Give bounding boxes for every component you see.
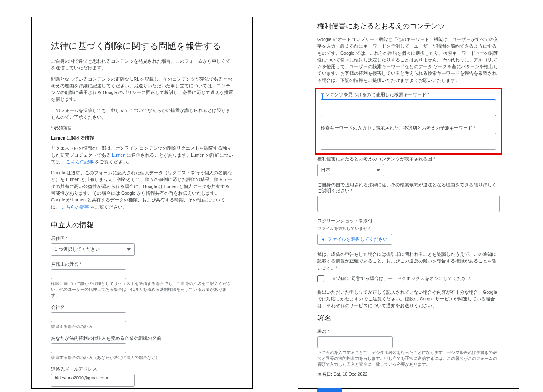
company-input[interactable] bbox=[51, 312, 126, 322]
kw-pred-textarea[interactable] bbox=[321, 133, 496, 150]
choose-file-label: ファイルを選択してください bbox=[328, 237, 387, 242]
kw-pred-label: 検索キーワードの入力中に表示された、不適切とお考えの予測キーワード * bbox=[321, 125, 496, 131]
kw-used-textarea[interactable] bbox=[321, 99, 496, 116]
display-country-select[interactable]: 日本 bbox=[317, 164, 384, 176]
lumen-p2-text-a: Google は通常、このフォームに記入された個人データ（リクエストを行う個人の… bbox=[51, 170, 232, 209]
agent-hint: 該当する場合のみ記入（あなたが法定代理人の場合など） bbox=[51, 355, 233, 361]
caret-down-icon bbox=[376, 169, 380, 171]
submit-button[interactable]: 送信 bbox=[317, 388, 342, 392]
company-label: 会社名 bbox=[51, 305, 233, 311]
country-select[interactable]: 1 つ選択してください bbox=[51, 243, 135, 256]
signature-date: 署名日: Sat, 10 Dec 2022 bbox=[317, 371, 500, 377]
display-country-label: 権利侵害にあたるとお考えのコンテンツが表示される国 * bbox=[317, 156, 500, 162]
infringing-content-heading: 権利侵害にあたるとお考えのコンテンツ bbox=[317, 21, 500, 31]
lumen-heading: Lumen に関する情報 bbox=[51, 135, 233, 141]
signature-date-label: 署名日: bbox=[317, 372, 334, 377]
email-label: 連絡先メールアドレス * bbox=[51, 367, 233, 372]
signature-hint: 下に氏名を入力することで、デジタル署名を行ったことになります。デジタル署名は手書… bbox=[317, 350, 500, 368]
caret-down-icon bbox=[127, 248, 131, 251]
lumen-paragraph-1: リクエスト内の情報の一部は、オンライン コンテンツの削除リクエストを調査する独立… bbox=[51, 145, 233, 165]
screenshot-label: スクリーンショットを添付 bbox=[317, 218, 500, 224]
email-input[interactable]: hidesama2000@gmail.com bbox=[51, 374, 135, 387]
consent-checkbox[interactable] bbox=[317, 275, 324, 282]
right-form-panel: 権利侵害にあたるとお考えのコンテンツ Google のオートコンプリート機能と「… bbox=[298, 17, 519, 389]
signature-heading: 署名 bbox=[317, 313, 500, 323]
lumen-paragraph-2: Google は通常、このフォームに記入された個人データ（リクエストを行う個人の… bbox=[51, 169, 233, 210]
consent-checkbox-row[interactable]: この内容に同意する場合は、チェックボックスをオンにしてください bbox=[317, 275, 500, 282]
intro-paragraph-3: このフォームを送信しても、申し立てについてなんらかの措置が講じられるとは限りませ… bbox=[51, 107, 233, 121]
intro-paragraph-1: ご自身の国で違法と思われるコンテンツを発見された場合、このフォームから申し立てを… bbox=[51, 58, 233, 71]
intro-paragraph-2: 問題となっているコンテンツの正確な URL を記載し、そのコンテンツが違法である… bbox=[51, 76, 233, 103]
page-title: 法律に基づく削除に関する問題を報告する bbox=[51, 40, 233, 52]
signature-input[interactable] bbox=[317, 336, 393, 348]
applicant-section-heading: 申立人の情報 bbox=[51, 220, 233, 230]
legalname-hint: 権限に基づいて誰かの代理としてリクエストを送信する場合でも、ご自身の姓名をご記入… bbox=[51, 281, 233, 299]
autocomplete-description: Google のオートコンプリート機能と「他のキーワード」機能は、ユーザーがすべ… bbox=[317, 36, 500, 84]
kw-used-label: コンテンツを見つけるのに使用した検索キーワード * bbox=[321, 92, 496, 98]
signature-date-value: Sat, 10 Dec 2022 bbox=[334, 372, 367, 377]
canvas: 法律に基づく削除に関する問題を報告する ご自身の国で違法と思われるコンテンツを発… bbox=[0, 0, 543, 392]
acknowledgement-text: 私は、虚偽の申告をした場合には偽証罪に問われることを認識したうえで、この通知に記… bbox=[317, 251, 500, 271]
choose-file-button[interactable]: + ファイルを選択してください bbox=[317, 234, 392, 245]
reason-textarea[interactable] bbox=[317, 196, 500, 212]
left-form-panel: 法律に基づく削除に関する問題を報告する ご自身の国で違法と思われるコンテンツを発… bbox=[31, 17, 253, 389]
file-none-text: ファイルを選択していません bbox=[317, 226, 500, 232]
legalname-label: 戸籍上の姓名 * bbox=[51, 262, 233, 267]
lumen-article-link-1[interactable]: こちらの記事 bbox=[66, 159, 94, 164]
company-hint: 該当する場合のみ記入 bbox=[51, 324, 233, 330]
focus-indicator bbox=[322, 94, 323, 99]
country-label: 居住国 * bbox=[51, 236, 233, 242]
lumen-link[interactable]: Lumen bbox=[112, 153, 125, 158]
lumen-p1-text-c: をご覧ください。 bbox=[95, 159, 132, 164]
lumen-article-link-2[interactable]: こちらの記事 bbox=[61, 204, 89, 209]
display-country-value: 日本 bbox=[321, 167, 330, 173]
required-fields-note: * 必須項目 bbox=[51, 125, 233, 131]
reason-label: ご自身の国で適用される法律に従いその検索候補が違法となる理由をできる限り詳しくご… bbox=[317, 182, 500, 194]
consent-text: この内容に同意する場合は、チェックボックスをオンにしてください bbox=[328, 276, 471, 282]
agent-label: あなたが法的権利の代理人を務める企業や組織の名前 bbox=[51, 336, 233, 341]
highlighted-keyword-block: コンテンツを見つけるのに使用した検索キーワード * 検索キーワードの入力中に表示… bbox=[315, 88, 502, 155]
plus-icon: + bbox=[322, 237, 324, 242]
legalname-input[interactable] bbox=[51, 269, 126, 279]
signature-label: 署名 * bbox=[317, 329, 500, 335]
submit-note: 提出いただいた申し立てが正しく記入されていない場合や内容が不十分な場合、Goog… bbox=[317, 289, 500, 309]
lumen-p2-text-b: をご覧ください。 bbox=[90, 204, 127, 209]
country-select-value: 1 つ選択してください bbox=[55, 246, 100, 252]
agent-input[interactable] bbox=[51, 343, 126, 353]
